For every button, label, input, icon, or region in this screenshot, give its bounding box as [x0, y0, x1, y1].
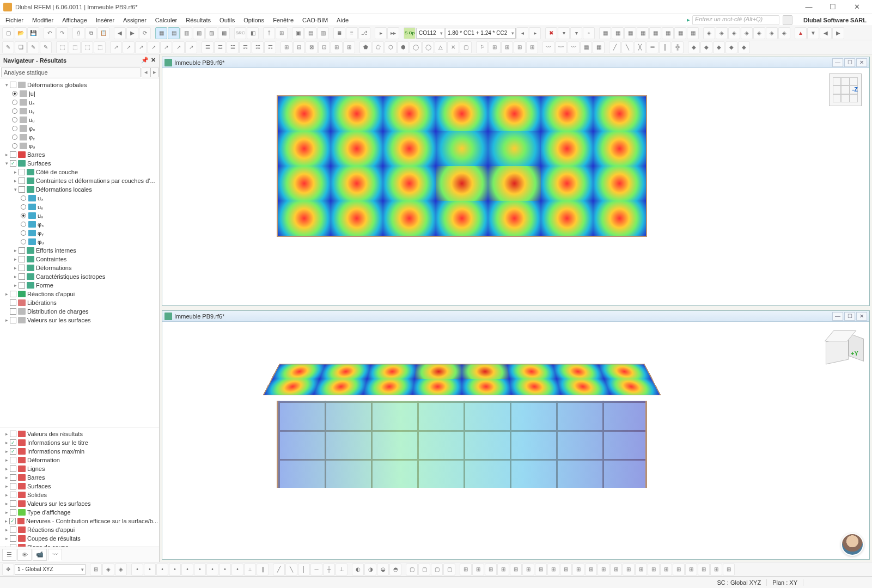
bt-10[interactable]: •: [194, 564, 206, 575]
tb-p4[interactable]: ▫: [583, 27, 595, 39]
t2-g1[interactable]: ⚐: [476, 41, 488, 53]
tree-node[interactable]: ▸Solides: [1, 491, 158, 499]
bt-43[interactable]: ⊞: [623, 564, 635, 575]
nav-close-icon[interactable]: ✕: [151, 57, 156, 64]
bt-20[interactable]: ┼: [323, 564, 335, 575]
t2-j2[interactable]: ◆: [700, 41, 712, 53]
t2-g2[interactable]: ⊞: [489, 41, 501, 53]
tree-node[interactable]: φᵧ: [1, 229, 158, 237]
t2-f2[interactable]: ⬠: [372, 41, 384, 53]
tb-prev[interactable]: ◂: [516, 27, 528, 39]
tb-refresh[interactable]: ⟳: [139, 27, 151, 39]
tree-node[interactable]: ▸Plans de coupe: [1, 543, 158, 547]
combo-co[interactable]: CO112: [416, 28, 444, 39]
tb-s7[interactable]: ◈: [778, 27, 790, 39]
tree-node[interactable]: ▸Forme: [1, 281, 158, 290]
tb-l1[interactable]: ≣: [333, 27, 345, 39]
tb-g4[interactable]: ▦: [637, 27, 649, 39]
bt-49[interactable]: ⊞: [698, 564, 710, 575]
tree-node[interactable]: ▸Côté de couche: [1, 168, 158, 176]
menu-cao-bim[interactable]: CAO-BIM: [298, 15, 332, 25]
tb-s3[interactable]: ◈: [728, 27, 740, 39]
tree-node[interactable]: ▸Caractéristiques isotropes: [1, 272, 158, 281]
t2-a1[interactable]: ✎: [2, 41, 14, 53]
view-top-canvas[interactable]: -Z: [162, 68, 869, 305]
t2-c4[interactable]: ↗: [148, 41, 160, 53]
tb-redo[interactable]: ↷: [56, 27, 68, 39]
t2-i5[interactable]: ║: [659, 41, 671, 53]
tb-x1[interactable]: †: [263, 27, 275, 39]
bt-17[interactable]: ╲: [285, 564, 297, 575]
bt-1[interactable]: ✥: [2, 564, 14, 575]
tree-node[interactable]: ▸Valeurs sur les surfaces: [1, 316, 158, 324]
tree-node[interactable]: ▸Réactions d'appui: [1, 525, 158, 534]
t2-c5[interactable]: ↗: [160, 41, 172, 53]
bt-8[interactable]: •: [169, 564, 181, 575]
view-min-button[interactable]: —: [832, 58, 843, 67]
menu-options[interactable]: Options: [239, 15, 269, 25]
bt-29[interactable]: ▢: [443, 564, 455, 575]
tree-node[interactable]: φₓ: [1, 220, 158, 229]
t2-i1[interactable]: ╱: [609, 41, 621, 53]
tree-node[interactable]: φₓ: [1, 124, 158, 133]
tb-calc2[interactable]: ▸▸: [387, 27, 399, 39]
tree-node[interactable]: uₓ: [1, 194, 158, 203]
tree-node[interactable]: ▸Barres: [1, 150, 158, 159]
options-tree[interactable]: ▸Valeurs des résultats▸✓Informations sur…: [0, 427, 159, 547]
bt-45[interactable]: ⊞: [648, 564, 660, 575]
t2-g3[interactable]: ⊞: [501, 41, 513, 53]
bt-38[interactable]: ⊞: [560, 564, 572, 575]
view-max-button[interactable]: ☐: [844, 312, 855, 321]
tb-s5[interactable]: ◈: [753, 27, 765, 39]
tb-r2[interactable]: ▼: [807, 27, 819, 39]
bt-11[interactable]: •: [206, 564, 218, 575]
tb-g2[interactable]: ▦: [612, 27, 624, 39]
search-input[interactable]: Entrez un mot-clé (Alt+Q): [692, 15, 779, 25]
tb-view-a[interactable]: ▦: [155, 27, 167, 39]
results-tree[interactable]: ▾Déformations globales|u|uₓuᵧuᵤφₓφᵧφᵤ▸Ba…: [0, 78, 159, 427]
menu-resultats[interactable]: Résultats: [181, 15, 215, 25]
nav-tab-2[interactable]: 👁: [17, 549, 32, 561]
t2-i6[interactable]: ╬: [672, 41, 684, 53]
bt-12[interactable]: •: [219, 564, 231, 575]
tb-sop[interactable]: S Op: [404, 27, 416, 39]
bt-9[interactable]: •: [181, 564, 193, 575]
tree-node[interactable]: ▸Efforts internes: [1, 246, 158, 255]
tb-g5[interactable]: ▦: [649, 27, 661, 39]
tb-s1[interactable]: ◈: [703, 27, 715, 39]
bt-5[interactable]: •: [131, 564, 143, 575]
bt-40[interactable]: ⊞: [585, 564, 597, 575]
t2-f1[interactable]: ⬟: [359, 41, 371, 53]
t2-e5[interactable]: ⊞: [331, 41, 343, 53]
tree-node[interactable]: ▸Coupes de résultats: [1, 534, 158, 543]
tb-x2[interactable]: ⊞: [276, 27, 288, 39]
tb-g8[interactable]: ▦: [687, 27, 699, 39]
tree-node[interactable]: ▸Barres: [1, 473, 158, 482]
tree-node[interactable]: ▸Lignes: [1, 464, 158, 473]
bt-19[interactable]: ─: [310, 564, 322, 575]
tb-g7[interactable]: ▦: [674, 27, 686, 39]
t2-h1[interactable]: 〰: [542, 41, 554, 53]
t2-e2[interactable]: ⊟: [293, 41, 305, 53]
nav-tab-1[interactable]: ☰: [2, 549, 16, 561]
bt-47[interactable]: ⊞: [673, 564, 685, 575]
view-cube-top[interactable]: -Z: [829, 74, 862, 106]
bt-41[interactable]: ⊞: [597, 564, 609, 575]
tree-node[interactable]: φᵤ: [1, 237, 158, 246]
menu-calculer[interactable]: Calculer: [151, 15, 181, 25]
tree-node[interactable]: |u|: [1, 89, 158, 98]
tb-copy[interactable]: ⧉: [85, 27, 97, 39]
menu-fenetre[interactable]: Fenêtre: [269, 15, 298, 25]
t2-i2[interactable]: ╲: [621, 41, 633, 53]
tree-node[interactable]: ▸Réactions d'appui: [1, 290, 158, 298]
t2-h3[interactable]: 〰: [568, 41, 580, 53]
tb-undo[interactable]: ↶: [44, 27, 56, 39]
t2-g5[interactable]: ⊞: [526, 41, 538, 53]
bt-37[interactable]: ⊞: [547, 564, 559, 575]
tb-l2[interactable]: ≡: [346, 27, 358, 39]
t2-d4[interactable]: ☴: [239, 41, 251, 53]
tb-r3[interactable]: ◀: [820, 27, 832, 39]
bt-13[interactable]: •: [231, 564, 243, 575]
t2-a2[interactable]: ❏: [15, 41, 27, 53]
bt-21[interactable]: ⊥: [336, 564, 347, 575]
